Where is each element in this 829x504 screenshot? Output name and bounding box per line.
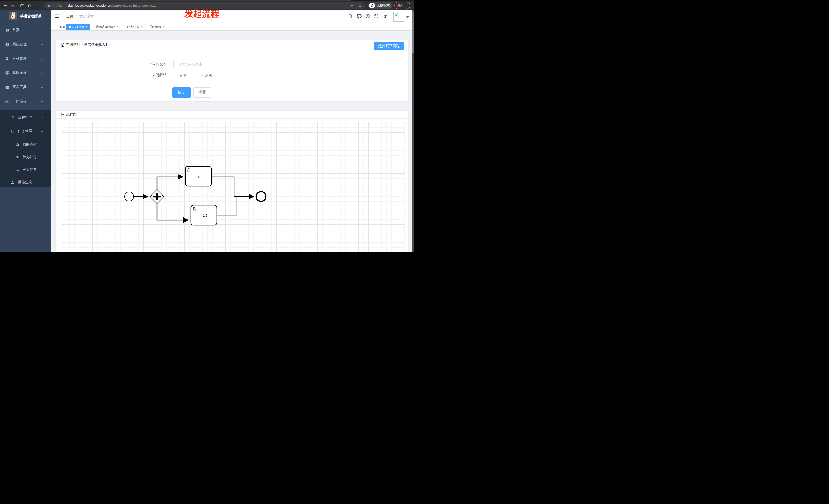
bookmark-star-icon[interactable]: [358, 3, 362, 8]
page-scrollbar[interactable]: [412, 10, 414, 252]
tag-label: 流程表单-编辑: [96, 25, 115, 29]
forward-arrow-icon: [10, 3, 15, 8]
tag-label: 首页: [59, 25, 65, 29]
sidebar-item-task-management[interactable]: 任务管理: [0, 125, 51, 138]
chevron-down-icon: [40, 116, 43, 120]
checkbox-label-2[interactable]: 选项二: [205, 73, 216, 78]
checkbox-option-2[interactable]: [199, 74, 203, 77]
sidebar-item-dev-tools[interactable]: 研发工具: [0, 81, 51, 93]
sidebar-collapse-button[interactable]: [55, 13, 60, 18]
chevron-down-icon: [40, 57, 43, 61]
password-key-icon[interactable]: [349, 3, 354, 8]
briefcase-icon: [5, 100, 10, 104]
header-search-button[interactable]: [347, 13, 354, 19]
flow-gateway-to-task2: [157, 203, 188, 220]
header-github-button[interactable]: [356, 13, 362, 19]
diagram-title: 流程图: [61, 112, 77, 117]
avatar[interactable]: [393, 11, 404, 22]
required-mark: *: [150, 62, 152, 66]
fullscreen-icon: [374, 14, 379, 18]
flow-gateway-to-task1: [157, 177, 183, 190]
sidebar: 芋道管理系统 首页 系统管理 ¥ 支付管理 基础设施: [0, 10, 51, 252]
sidebar-item-process-management[interactable]: 流程管理: [0, 111, 51, 124]
sidebar-item-todo-tasks[interactable]: 待办任务: [0, 151, 51, 163]
sidebar-item-infrastructure[interactable]: 基础设施: [0, 67, 51, 79]
breadcrumb-home[interactable]: 首页: [66, 14, 73, 18]
field-label-checkbox-group: *多选框组: [136, 73, 167, 77]
apply-info-title-text: 申请信息【测试多审批人】: [66, 42, 109, 47]
reset-button[interactable]: 重置: [193, 87, 211, 98]
bpmn-diagram: 1.1 1.2: [62, 122, 405, 252]
font-size-icon: tT: [383, 14, 386, 18]
single-text-input[interactable]: [173, 59, 378, 69]
tag-process-form-edit[interactable]: 流程表单-编辑 ×: [94, 24, 121, 30]
sidebar-item-workflow[interactable]: 工作流程: [0, 95, 51, 108]
back-arrow-icon: [3, 3, 8, 8]
header-fullscreen-button[interactable]: [373, 13, 380, 19]
hamburger-icon: [55, 13, 60, 18]
document-icon: [61, 43, 65, 47]
checkbox-group: 选项一 选项二: [174, 73, 224, 78]
checkbox-option-1[interactable]: [174, 74, 177, 77]
browser-back-button[interactable]: [2, 2, 9, 9]
tags-view-bar: 首页 发起流程 × 流程表单-编辑 × 已办任务 × 我的流程 ×: [51, 22, 412, 31]
browser-reload-button[interactable]: [19, 2, 25, 9]
tag-done-tasks[interactable]: 已办任务 ×: [125, 24, 145, 30]
choose-other-process-button[interactable]: 选择其它流程: [374, 42, 404, 50]
tag-home[interactable]: 首页: [57, 24, 68, 30]
help-icon: ?: [365, 14, 370, 18]
avatar-caret-icon[interactable]: [406, 16, 409, 18]
process-diagram-card: 流程图: [56, 111, 409, 252]
url-path: /bpm/process-instance/create: [111, 4, 156, 7]
tag-label: 我的流程: [149, 25, 161, 29]
header-help-button[interactable]: ?: [364, 13, 371, 19]
sidebar-item-label: 待办任务: [23, 155, 37, 159]
apply-info-card: 申请信息【测试多审批人】 选择其它流程 *单行文本 *多选框组 选项一 选项二 …: [56, 39, 409, 101]
active-browser-tab[interactable]: [98, 0, 351, 1]
tag-close-icon[interactable]: ×: [117, 25, 119, 29]
yen-icon: ¥: [5, 56, 10, 61]
sidebar-item-system-management[interactable]: 系统管理: [0, 38, 51, 51]
tag-start-process[interactable]: 发起流程 ×: [67, 24, 90, 30]
app-title: 芋道管理系统: [20, 14, 42, 18]
sidebar-item-my-process[interactable]: 我的流程: [0, 138, 51, 151]
browser-forward-button[interactable]: [9, 2, 16, 9]
sidebar-item-label: 工作流程: [12, 99, 27, 104]
sidebar-item-payment-management[interactable]: ¥ 支付管理: [0, 52, 51, 65]
bpmn-canvas[interactable]: 1.1 1.2: [62, 122, 405, 252]
scrollbar-thumb[interactable]: [412, 11, 414, 53]
incognito-label: 无痕模式: [377, 3, 390, 8]
tag-close-icon[interactable]: ×: [141, 25, 143, 29]
sidebar-item-leave-query[interactable]: 请假查询: [0, 176, 51, 189]
svg-text:?: ?: [367, 14, 368, 17]
submit-button[interactable]: 提交: [172, 87, 191, 98]
user-icon: [10, 180, 15, 185]
header-font-size-button[interactable]: tT: [382, 13, 388, 19]
tag-close-icon[interactable]: ×: [86, 25, 88, 29]
dashboard-icon: [5, 28, 10, 33]
diagram-title-text: 流程图: [66, 112, 77, 117]
sidebar-item-done-tasks[interactable]: 已办任务: [0, 163, 51, 176]
sidebar-item-label: 我的流程: [23, 142, 37, 147]
sidebar-item-home[interactable]: 首页: [0, 24, 51, 37]
url-separator: [65, 4, 65, 7]
browser-home-button[interactable]: [26, 2, 33, 9]
end-event[interactable]: [256, 192, 266, 201]
browser-menu-icon[interactable]: [407, 4, 408, 7]
sidebar-item-label: 流程管理: [18, 115, 32, 120]
checkbox-label-1[interactable]: 选项一: [180, 73, 190, 78]
sidebar-item-label: 研发工具: [12, 85, 27, 89]
tag-my-process[interactable]: 我的流程 ×: [147, 24, 167, 30]
monitor-icon: [5, 71, 10, 75]
security-label[interactable]: 不安全: [52, 3, 62, 8]
browser-tab-strip: [0, 0, 414, 1]
my-process-icon: [14, 142, 20, 147]
start-event[interactable]: [124, 192, 134, 201]
update-label: 更新: [397, 3, 403, 8]
breadcrumb-separator: /: [76, 14, 77, 18]
task-tree-icon: [10, 129, 15, 133]
task-1-1-label: 1.1: [197, 175, 202, 179]
tag-close-icon[interactable]: ×: [163, 25, 165, 29]
browser-update-button[interactable]: 更新: [394, 2, 410, 9]
tag-label: 发起流程: [72, 25, 84, 29]
